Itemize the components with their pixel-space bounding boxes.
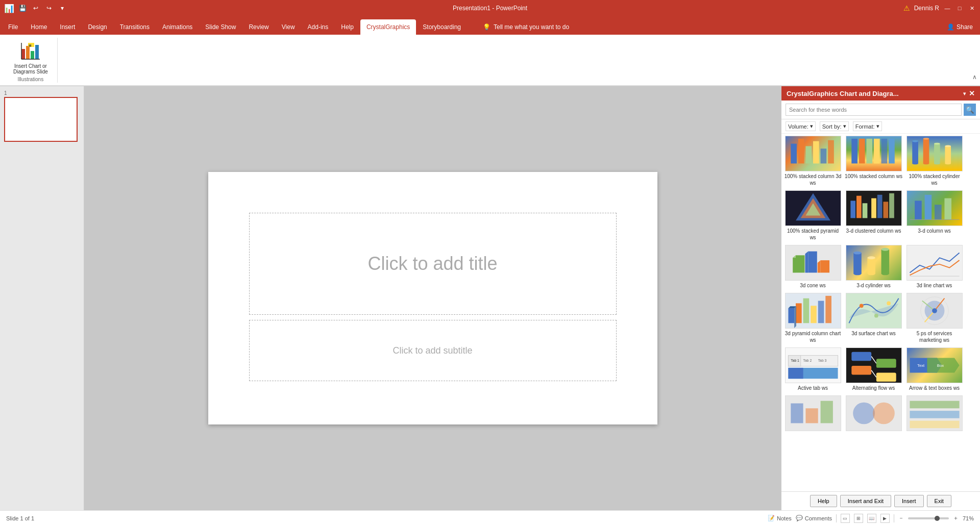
search-button[interactable]: 🔍: [964, 104, 976, 116]
zoom-in-button[interactable]: ＋: [953, 514, 959, 522]
title-placeholder[interactable]: Click to add title: [249, 213, 617, 315]
share-icon: 👤: [947, 23, 954, 31]
panel-close-button[interactable]: ✕: [969, 89, 975, 97]
restore-button[interactable]: □: [955, 4, 964, 12]
tab-insert[interactable]: Insert: [54, 19, 81, 35]
list-item[interactable]: 100% stacked column ws: [844, 136, 903, 186]
qat-undo[interactable]: ↩: [31, 3, 41, 13]
chart-thumb: Tab 1 Tab 2 Tab 3: [785, 347, 841, 383]
svg-point-62: [881, 248, 889, 251]
svg-rect-30: [945, 146, 951, 163]
svg-point-31: [945, 145, 951, 147]
svg-rect-103: [910, 411, 959, 418]
list-item[interactable]: 3d line chart ws: [905, 245, 964, 289]
chart-label: 100% stacked column 3d ws: [783, 173, 842, 186]
ribbon-collapse-button[interactable]: ∧: [971, 73, 978, 81]
help-button[interactable]: Help: [810, 495, 837, 507]
normal-view-button[interactable]: ▭: [841, 514, 850, 523]
tab-view[interactable]: View: [276, 19, 301, 35]
tab-animations[interactable]: Animations: [156, 19, 199, 35]
list-item[interactable]: [844, 395, 903, 433]
svg-rect-64: [788, 308, 794, 323]
exit-button[interactable]: Exit: [927, 495, 951, 507]
notes-button[interactable]: 📝 Notes: [768, 515, 792, 521]
list-item[interactable]: 3-d column ws: [905, 190, 964, 241]
search-input[interactable]: [786, 104, 962, 116]
titlebar-right: ⚠ Dennis R — □ ✕: [903, 4, 976, 12]
svg-text:Tab 3: Tab 3: [818, 359, 826, 362]
titlebar-left: 📊 💾 ↩ ↪ ▾: [4, 3, 67, 13]
tab-slideshow[interactable]: Slide Show: [199, 19, 242, 35]
list-item[interactable]: 3-d clustered column ws: [844, 190, 903, 241]
tab-help[interactable]: Help: [335, 19, 360, 35]
sort-label: Sort by:: [822, 123, 842, 130]
list-item[interactable]: 5 ps of services marketing ws: [905, 293, 964, 343]
insert-button[interactable]: Insert: [894, 495, 924, 507]
list-item[interactable]: 100% stacked column 3d ws: [783, 136, 842, 186]
list-item[interactable]: Tab 1 Tab 2 Tab 3 Active tab ws: [783, 347, 842, 391]
panel-footer: Help Insert and Exit Insert Exit: [781, 491, 980, 510]
list-item[interactable]: [783, 395, 842, 433]
subtitle-placeholder[interactable]: Click to add subtitle: [249, 320, 617, 381]
slide-canvas[interactable]: Click to add title Click to add subtitle: [208, 172, 657, 424]
zoom-slider[interactable]: [908, 517, 949, 519]
comments-button[interactable]: 💬 Comments: [796, 515, 832, 521]
list-item[interactable]: Alternating flow ws: [844, 347, 903, 391]
chart-thumb: [785, 395, 841, 431]
list-item[interactable]: Text Box Arrow & text boxes ws: [905, 347, 964, 391]
svg-rect-68: [818, 301, 824, 323]
qat-customize[interactable]: ▾: [57, 3, 67, 13]
lightbulb-icon: 💡: [483, 23, 491, 31]
list-item[interactable]: 100% stacked pyramid ws: [783, 190, 842, 241]
insert-and-exit-button[interactable]: Insert and Exit: [840, 495, 891, 507]
reading-view-button[interactable]: 📖: [867, 514, 876, 523]
svg-rect-69: [825, 296, 831, 323]
tell-me-area[interactable]: 💡 Tell me what you want to do: [478, 19, 574, 35]
svg-rect-14: [851, 139, 857, 164]
notes-label: Notes: [777, 515, 792, 521]
qat-save[interactable]: 💾: [17, 3, 28, 13]
slide-thumbnail-1[interactable]: 1: [4, 90, 80, 142]
svg-rect-38: [871, 198, 876, 218]
format-dropdown[interactable]: Format: ▾: [853, 121, 882, 131]
zoom-level[interactable]: 71%: [963, 515, 974, 521]
close-button[interactable]: ✕: [968, 4, 976, 12]
list-item[interactable]: 100% stacked cylinder ws: [905, 136, 964, 186]
titlebar: 📊 💾 ↩ ↪ ▾ Presentation1 - PowerPoint ⚠ D…: [0, 0, 980, 16]
insert-chart-button[interactable]: ▦ Insert Chart orDiagrams Slide: [10, 40, 51, 77]
tab-home[interactable]: Home: [24, 19, 53, 35]
list-item[interactable]: [905, 395, 964, 433]
tab-transitions[interactable]: Transitions: [114, 19, 156, 35]
format-dropdown-arrow: ▾: [876, 123, 879, 130]
list-item[interactable]: 3d surface chart ws: [844, 293, 903, 343]
grid-row-1: 100% stacked column 3d ws 100% sta: [783, 136, 978, 186]
svg-rect-43: [924, 195, 932, 220]
sort-dropdown[interactable]: Sort by: ▾: [820, 121, 849, 131]
divider2: [894, 514, 894, 522]
slideshow-view-button[interactable]: ▶: [880, 514, 890, 523]
panel-grid: 100% stacked column 3d ws 100% sta: [781, 134, 980, 491]
chart-label: 3d surface chart ws: [851, 330, 896, 337]
tab-addins[interactable]: Add-ins: [302, 19, 335, 35]
panel-dropdown-arrow[interactable]: ▾: [963, 91, 966, 96]
qat-redo[interactable]: ↪: [44, 3, 54, 13]
window-title: Presentation1 - PowerPoint: [453, 5, 527, 12]
list-item[interactable]: 3-d cylinder ws: [844, 245, 903, 289]
zoom-thumb: [935, 516, 940, 521]
tab-design[interactable]: Design: [82, 19, 113, 35]
list-item[interactable]: 3d pyramid column chart ws: [783, 293, 842, 343]
tab-crystalgraphics[interactable]: CrystalGraphics: [360, 19, 416, 35]
list-item[interactable]: 3d cone ws: [783, 245, 842, 289]
share-button[interactable]: 👤 Share: [942, 19, 978, 35]
slide-sorter-button[interactable]: ⊞: [854, 514, 863, 523]
tab-file[interactable]: File: [2, 19, 24, 35]
svg-point-25: [923, 138, 929, 140]
grid-row-3: 3d cone ws: [783, 245, 978, 289]
tab-review[interactable]: Review: [242, 19, 275, 35]
minimize-button[interactable]: —: [943, 4, 951, 12]
zoom-out-button[interactable]: －: [898, 514, 904, 522]
chart-label: 3-d column ws: [918, 228, 950, 234]
comments-icon: 💬: [796, 515, 803, 521]
volume-dropdown[interactable]: Volume: ▾: [786, 121, 816, 131]
tab-storyboarding[interactable]: Storyboarding: [416, 19, 467, 35]
